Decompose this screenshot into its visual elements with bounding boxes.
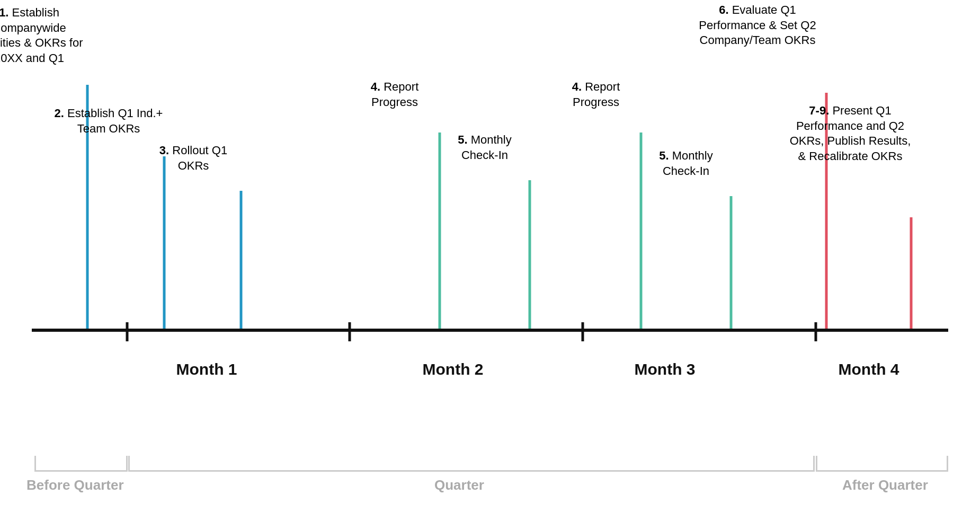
event-label-6: 6. Evaluate Q1 Performance & Set Q2 Comp… xyxy=(689,3,826,48)
event-label-4a: 4. Report Progress xyxy=(350,80,440,110)
month-1-label: Month 1 xyxy=(176,360,237,378)
before-quarter-bracket xyxy=(34,456,128,472)
after-quarter-bracket xyxy=(816,456,948,472)
after-quarter-label: After Quarter xyxy=(842,477,928,493)
event-label-1: 1. Establish Companywide Priorities & OK… xyxy=(0,5,87,66)
tick-mark xyxy=(582,322,584,341)
quarter-label: Quarter xyxy=(434,477,484,493)
tick-mark xyxy=(815,322,817,341)
event-line-2 xyxy=(163,156,166,329)
event-label-2: 2. Establish Q1 Ind.+ Team OKRs xyxy=(53,106,164,136)
event-label-5b: 5. Monthly Check-In xyxy=(641,148,731,179)
quarter-bracket xyxy=(128,456,815,472)
month-3-label: Month 3 xyxy=(635,360,696,378)
timeline-line xyxy=(32,329,948,332)
month-2-label: Month 2 xyxy=(423,360,484,378)
event-line-5b xyxy=(730,196,733,329)
event-line-5a xyxy=(529,180,531,329)
before-quarter-label: Before Quarter xyxy=(26,477,124,493)
tick-mark xyxy=(349,322,351,341)
month-4-label: Month 4 xyxy=(839,360,899,378)
tick-mark xyxy=(126,322,129,341)
timeline-diagram: 1. Establish Companywide Priorities & OK… xyxy=(0,0,980,521)
event-line-3 xyxy=(240,191,243,329)
event-line-79 xyxy=(910,217,913,329)
event-label-79: 7-9. Present Q1 Performance and Q2 OKRs,… xyxy=(789,103,911,164)
event-label-5a: 5. Monthly Check-In xyxy=(440,133,530,163)
event-label-3: 3. Rollout Q1 OKRs xyxy=(146,143,241,173)
event-label-4b: 4. Report Progress xyxy=(551,80,641,110)
